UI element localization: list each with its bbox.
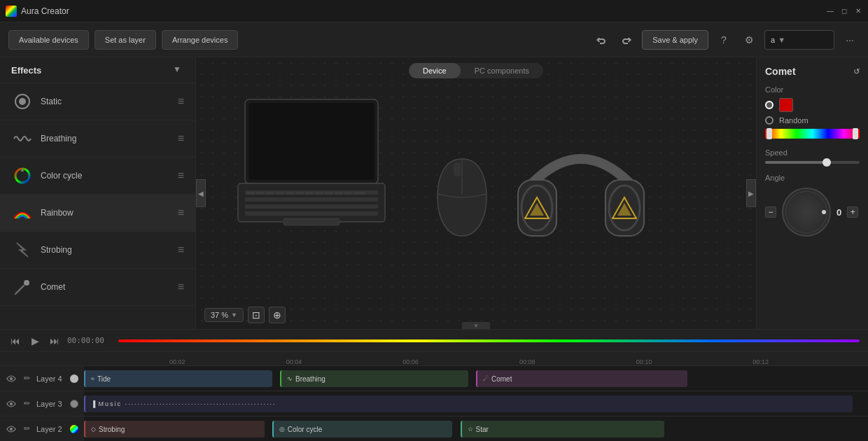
center-view-button[interactable]: ⊕: [269, 307, 286, 323]
close-button[interactable]: ✕: [854, 7, 862, 15]
effects-title: Effects: [11, 65, 41, 76]
effects-sidebar: Effects ▼ Static ≡ Breathing ≡: [0, 57, 196, 329]
save-apply-button[interactable]: Save & apply: [642, 30, 708, 50]
color-swatch[interactable]: [779, 98, 793, 112]
tab-device[interactable]: Device: [409, 63, 461, 78]
color-radio-random[interactable]: [765, 116, 774, 125]
angle-increment-button[interactable]: +: [847, 206, 858, 218]
spectrum-handle-left[interactable]: [766, 128, 772, 139]
comet-icon: [11, 276, 34, 298]
effect-item-color-cycle[interactable]: Color cycle ≡: [0, 158, 195, 195]
comet-menu-icon[interactable]: ≡: [178, 281, 184, 293]
available-devices-button[interactable]: Available devices: [8, 30, 89, 50]
timeline-layers: ✏ Layer 4 ≈ Tide ∿ Breathing ☄ Comet: [0, 366, 868, 441]
breathing-menu-icon[interactable]: ≡: [178, 132, 184, 145]
device-laptop: [231, 92, 392, 232]
set-as-layer-button[interactable]: Set as layer: [94, 30, 156, 50]
layer2-track[interactable]: ◇ Strobing ◎ Color cycle ☆ Star: [84, 416, 868, 441]
angle-knob[interactable]: [782, 188, 831, 237]
effect-label-static: Static: [41, 97, 178, 106]
effect-item-breathing[interactable]: Breathing ≡: [0, 120, 195, 158]
canvas-expand-bottom[interactable]: ▼: [462, 322, 490, 329]
skip-end-button[interactable]: ⏭: [48, 334, 62, 348]
effect-item-rainbow[interactable]: Rainbow ≡: [0, 195, 195, 232]
arrange-devices-button[interactable]: Arrange devices: [162, 30, 239, 50]
angle-value: 0: [836, 207, 841, 218]
speed-slider-thumb[interactable]: [822, 158, 831, 167]
play-button[interactable]: ▶: [28, 334, 42, 348]
layer2-visibility-button[interactable]: [6, 424, 17, 435]
ruler-mark-3: 00:08: [518, 358, 635, 365]
layer3-edit-button[interactable]: ✏: [21, 398, 32, 410]
color-spectrum[interactable]: [765, 129, 860, 139]
spectrum-handle-right[interactable]: [853, 128, 858, 139]
ruler-mark-1: 00:04: [285, 358, 402, 365]
svg-rect-9: [245, 204, 378, 209]
right-panel: Comet ↺ Color Random Speed: [756, 57, 868, 329]
effects-collapse-button[interactable]: ▼: [173, 64, 184, 76]
effect-label-color-cycle: Color cycle: [41, 171, 178, 181]
layer3-controls: ✏ Layer 3: [0, 391, 84, 416]
static-menu-icon[interactable]: ≡: [178, 95, 184, 108]
undo-button[interactable]: [592, 30, 611, 50]
svg-rect-6: [238, 183, 385, 222]
minimize-button[interactable]: —: [826, 7, 834, 15]
layer2-controls: ✏ Layer 2: [0, 416, 84, 441]
angle-decrement-button[interactable]: −: [765, 206, 776, 218]
segment-breathing[interactable]: ∿ Breathing: [280, 370, 468, 387]
layer4-controls: ✏ Layer 4: [0, 366, 84, 391]
segment-strobing[interactable]: ◇ Strobing: [84, 421, 265, 438]
effect-label-comet: Comet: [41, 282, 178, 292]
svg-rect-25: [454, 162, 461, 176]
color-radio-main[interactable]: [765, 101, 774, 109]
panel-reset-button[interactable]: ↺: [853, 67, 860, 76]
svg-rect-21: [344, 192, 353, 195]
speed-slider-container: [765, 161, 860, 164]
color-cycle-icon: [11, 164, 34, 187]
canvas-expand-left[interactable]: ◀: [196, 179, 206, 207]
svg-rect-13: [266, 192, 274, 195]
segment-comet[interactable]: ☄ Comet: [476, 370, 687, 387]
layer4-edit-button[interactable]: ✏: [21, 373, 32, 384]
svg-point-30: [10, 377, 13, 380]
speed-slider-track[interactable]: [765, 161, 860, 164]
settings-button[interactable]: ⚙: [739, 30, 759, 50]
strobing-menu-icon[interactable]: ≡: [178, 244, 184, 256]
speed-slider-fill: [765, 161, 827, 164]
tab-pc-components[interactable]: PC components: [461, 63, 543, 78]
search-dropdown[interactable]: a ▼: [764, 30, 834, 50]
layer3-track[interactable]: ▐ Music ································…: [84, 391, 868, 416]
segment-music[interactable]: ▐ Music ································…: [84, 396, 853, 412]
speed-section: Speed: [765, 148, 860, 164]
svg-rect-11: [246, 192, 255, 195]
layer3-visibility-button[interactable]: [6, 398, 17, 410]
effect-item-strobing[interactable]: Strobing ≡: [0, 232, 195, 269]
layer4-visibility-button[interactable]: [6, 373, 17, 384]
redo-button[interactable]: [617, 30, 636, 50]
layer4-color: [70, 374, 78, 383]
canvas-expand-right[interactable]: ▶: [746, 179, 756, 207]
app-title: Aura Creator: [21, 6, 826, 16]
segment-color-cycle[interactable]: ◎ Color cycle: [272, 421, 453, 438]
help-button[interactable]: ?: [714, 30, 734, 50]
layer2-edit-button[interactable]: ✏: [21, 424, 32, 435]
main-content: Effects ▼ Static ≡ Breathing ≡: [0, 57, 868, 329]
more-options-button[interactable]: ···: [840, 30, 860, 50]
segment-star[interactable]: ☆ Star: [461, 421, 664, 438]
segment-tide[interactable]: ≈ Tide: [84, 370, 272, 387]
restore-button[interactable]: ◻: [840, 7, 848, 15]
svg-rect-10: [245, 211, 378, 216]
effect-item-comet[interactable]: Comet ≡: [0, 269, 195, 306]
zoom-dropdown[interactable]: 37 % ▼: [204, 308, 244, 322]
rainbow-menu-icon[interactable]: ≡: [178, 206, 184, 219]
color-cycle-menu-icon[interactable]: ≡: [178, 169, 184, 182]
svg-rect-23: [284, 218, 340, 225]
skip-start-button[interactable]: ⏮: [8, 334, 22, 348]
effect-item-static[interactable]: Static ≡: [0, 83, 195, 120]
layer2-name: Layer 2: [36, 425, 66, 433]
svg-rect-17: [305, 192, 314, 195]
layer4-track[interactable]: ≈ Tide ∿ Breathing ☄ Comet: [84, 366, 868, 391]
fit-view-button[interactable]: ⊡: [248, 307, 265, 323]
ruler-mark-2: 00:06: [401, 358, 518, 365]
svg-rect-20: [335, 192, 343, 195]
